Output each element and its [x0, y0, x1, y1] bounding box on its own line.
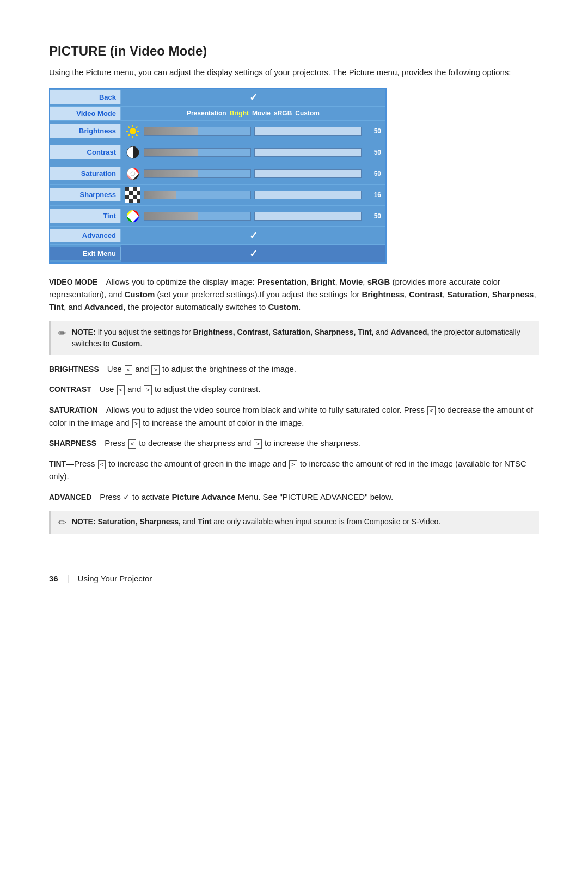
menu-label-advanced: Advanced: [50, 229, 121, 242]
svg-rect-24: [137, 195, 140, 199]
sharpness-slider-row: 16: [125, 187, 381, 203]
arrow-left-sharpness: <: [128, 439, 136, 449]
saturation-value: 50: [365, 170, 381, 177]
intro-paragraph: Using the Picture menu, you can adjust t…: [49, 66, 539, 79]
svg-line-6: [136, 134, 138, 136]
tint-value: 50: [365, 212, 381, 220]
menu-row-exit: Exit Menu ✓: [50, 245, 385, 262]
brightness-icon: [125, 124, 140, 139]
sharpness-bar2: [254, 191, 362, 199]
mode-srgb: sRGB: [274, 109, 292, 117]
mode-custom: Custom: [295, 109, 320, 117]
menu-label-videomode: Video Mode: [50, 107, 121, 120]
menu-content-advanced: ✓: [121, 227, 385, 244]
note-box-2: ✏ NOTE: Saturation, Sharpness, and Tint …: [49, 511, 539, 534]
tint-slider-row: 50: [125, 209, 381, 224]
note-icon-2: ✏: [58, 517, 66, 529]
menu-label-back: Back: [50, 90, 121, 104]
page-number: 36: [49, 574, 58, 583]
menu-row-saturation: Saturation 50: [50, 163, 385, 185]
menu-row-sharpness: Sharpness: [50, 185, 385, 206]
menu-label-exit: Exit Menu: [50, 247, 121, 260]
back-checkmark: ✓: [249, 91, 258, 103]
menu-table: Back ✓ Video Mode Presentation Bright Mo…: [49, 88, 387, 264]
tint-icon: [125, 209, 140, 224]
arrow-left-tint: <: [98, 460, 106, 469]
term-video-mode: Video Mode: [49, 278, 97, 286]
sharpness-value: 16: [365, 191, 381, 199]
svg-rect-13: [125, 187, 129, 191]
tint-bar2: [254, 212, 362, 220]
menu-content-back: ✓: [121, 89, 385, 106]
term-advanced: Advanced: [49, 493, 91, 501]
saturation-icon: [125, 166, 140, 181]
arrow-right-brightness: >: [151, 365, 159, 375]
saturation-bar2: [254, 169, 362, 178]
svg-rect-17: [125, 191, 129, 195]
menu-label-sharpness: Sharpness: [50, 188, 121, 201]
menu-row-brightness: Brightness: [50, 121, 385, 142]
svg-line-8: [128, 134, 130, 136]
svg-rect-27: [133, 199, 137, 203]
mode-bright: Bright: [230, 109, 249, 117]
svg-line-7: [136, 126, 138, 128]
contrast-slider-row: 50: [125, 145, 381, 160]
svg-point-11: [131, 171, 135, 176]
desc-contrast: Contrast—Use < and > to adjust the displ…: [49, 383, 539, 396]
contrast-icon: [125, 145, 140, 160]
arrow-left-contrast: <: [117, 385, 125, 395]
menu-content-saturation: 50: [121, 163, 385, 184]
menu-content-exit: ✓: [121, 245, 385, 262]
sharpness-icon: [125, 187, 140, 203]
saturation-slider-row: 50: [125, 166, 381, 181]
svg-rect-19: [133, 191, 137, 195]
menu-row-advanced: Advanced ✓: [50, 227, 385, 245]
brightness-bar: [144, 127, 251, 136]
exit-checkmark: ✓: [249, 248, 258, 260]
contrast-bar: [144, 148, 251, 157]
menu-label-brightness: Brightness: [50, 124, 121, 138]
brightness-value: 50: [365, 127, 381, 135]
svg-rect-16: [137, 187, 140, 191]
svg-point-0: [130, 128, 136, 134]
footer-divider: |: [67, 574, 69, 583]
note-text-2: NOTE: Saturation, Sharpness, and Tint ar…: [72, 516, 440, 528]
footer-section: Using Your Projector: [78, 574, 152, 583]
term-brightness: Brightness: [49, 365, 99, 373]
term-contrast: Contrast: [49, 385, 91, 394]
arrow-left-saturation: <: [427, 406, 435, 415]
mode-presentation: Presentation: [187, 109, 226, 117]
menu-content-contrast: 50: [121, 142, 385, 163]
arrow-right-saturation: >: [132, 419, 140, 428]
video-mode-labels: Presentation Bright Movie sRGB Custom: [187, 109, 320, 117]
contrast-bar2: [254, 148, 362, 157]
menu-content-videomode: Presentation Bright Movie sRGB Custom: [121, 107, 385, 120]
svg-rect-21: [125, 195, 129, 199]
desc-tint: Tint—Press < to increase the amount of g…: [49, 457, 539, 483]
mode-movie: Movie: [252, 109, 271, 117]
desc-advanced: Advanced—Press ✓ to activate Picture Adv…: [49, 491, 539, 504]
menu-content-sharpness: 16: [121, 185, 385, 205]
arrow-right-tint: >: [289, 460, 297, 469]
term-tint: Tint: [49, 460, 66, 468]
menu-label-saturation: Saturation: [50, 167, 121, 180]
menu-row-contrast: Contrast 50: [50, 142, 385, 163]
contrast-value: 50: [365, 149, 381, 156]
desc-saturation: Saturation—Allows you to adjust the vide…: [49, 403, 539, 429]
svg-rect-23: [133, 195, 137, 199]
svg-rect-26: [129, 199, 133, 203]
svg-line-5: [128, 126, 130, 128]
desc-video-mode: Video Mode—Allows you to optimize the di…: [49, 275, 539, 314]
menu-content-brightness: 50: [121, 121, 385, 142]
footer-bar: 36 | Using Your Projector: [49, 567, 539, 583]
arrow-right-sharpness: >: [254, 439, 261, 449]
note-text-1: NOTE: If you adjust the settings for Bri…: [72, 327, 531, 350]
menu-row-back: Back ✓: [50, 89, 385, 107]
menu-row-videomode: Video Mode Presentation Bright Movie sRG…: [50, 107, 385, 121]
desc-brightness: Brightness—Use < and > to adjust the bri…: [49, 363, 539, 376]
menu-label-contrast: Contrast: [50, 145, 121, 159]
desc-sharpness: Sharpness—Press < to decrease the sharpn…: [49, 437, 539, 450]
svg-rect-20: [137, 191, 140, 195]
advanced-checkmark: ✓: [249, 230, 258, 242]
brightness-slider-row: 50: [125, 124, 381, 139]
